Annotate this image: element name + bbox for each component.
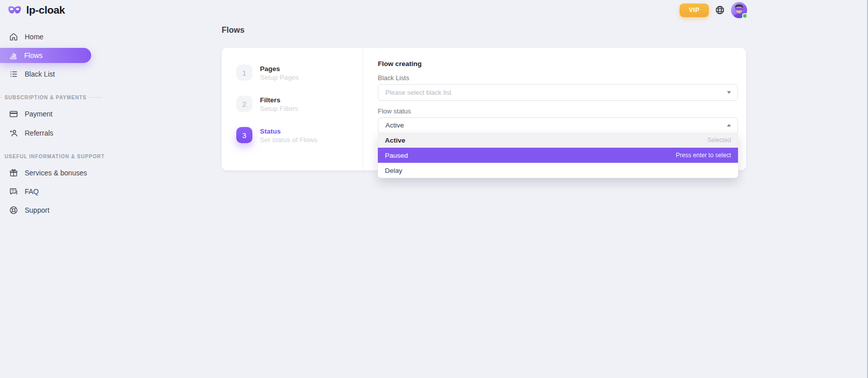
black-lists-label: Black Lists — [378, 74, 738, 82]
sidebar-item-services-bonuses[interactable]: Services & bonuses — [0, 166, 96, 180]
sidebar-item-label: Home — [25, 33, 43, 41]
lifebuoy-icon — [9, 206, 18, 215]
sidebar-item-label: Services & bonuses — [25, 169, 87, 177]
step-pages[interactable]: 1 Pages Setup Pages — [236, 65, 363, 82]
sidebar-section-support: USEFUL INFORMATION & SUPPORT — [0, 154, 105, 159]
black-lists-select[interactable] — [378, 84, 738, 101]
flow-creating-card: 1 Pages Setup Pages 2 Filters Setup Filt… — [222, 48, 746, 170]
sidebar-item-label: FAQ — [25, 187, 39, 196]
black-lists-input[interactable] — [385, 89, 730, 96]
online-status-dot — [742, 13, 748, 19]
flow-status-label: Flow status — [378, 107, 738, 115]
sidebar: Home Flows Black List SUB — [0, 0, 101, 378]
flow-status-dropdown: Active Selected Paused Press enter to se… — [378, 133, 738, 178]
chevron-down-icon — [727, 91, 731, 94]
user-avatar[interactable] — [731, 2, 747, 18]
gift-icon — [9, 168, 18, 177]
flow-stepper: 1 Pages Setup Pages 2 Filters Setup Filt… — [222, 48, 363, 170]
step-number: 2 — [236, 96, 252, 112]
sidebar-item-payment[interactable]: Payment — [0, 107, 96, 121]
option-delay[interactable]: Delay — [378, 163, 738, 178]
step-filters[interactable]: 2 Filters Setup Filters — [236, 96, 363, 113]
sidebar-item-label: Flows — [24, 51, 43, 59]
step-title: Filters — [260, 96, 298, 104]
language-globe-button[interactable] — [715, 5, 725, 15]
sidebar-item-referrals[interactable]: Referrals — [0, 126, 96, 140]
option-active[interactable]: Active Selected — [378, 133, 738, 148]
flow-creating-form: Flow creating Black Lists Flow status Ac… — [364, 48, 746, 170]
sidebar-item-support[interactable]: Support — [0, 203, 96, 217]
form-title: Flow creating — [378, 60, 738, 68]
home-icon — [9, 32, 18, 41]
chevron-up-icon — [727, 124, 731, 127]
step-title: Status — [260, 127, 317, 136]
sidebar-item-flows[interactable]: Flows — [0, 48, 91, 63]
sidebar-section-payments: SUBSCRIPTION & PAYMENTS — [0, 95, 102, 100]
sidebar-item-label: Support — [25, 206, 49, 214]
step-subtitle: Setup Pages — [260, 73, 299, 82]
option-hint: Selected — [707, 137, 731, 144]
step-status[interactable]: 3 Status Set status of Flows — [236, 127, 363, 144]
option-paused[interactable]: Paused Press enter to select — [378, 148, 738, 163]
flow-status-select[interactable]: Active Active Selected Paused Press ente… — [378, 117, 738, 133]
step-number: 1 — [236, 65, 252, 81]
credit-card-icon — [9, 109, 18, 118]
step-subtitle: Setup Filters — [260, 104, 298, 113]
globe-icon — [715, 5, 725, 15]
sidebar-item-home[interactable]: Home — [0, 30, 96, 44]
step-subtitle: Set status of Flows — [260, 136, 317, 144]
flows-stack-icon — [9, 51, 18, 60]
option-hint: Press enter to select — [676, 152, 731, 159]
sidebar-item-label: Black List — [25, 70, 55, 78]
sidebar-item-label: Referrals — [25, 129, 53, 137]
sidebar-item-label: Payment — [25, 110, 52, 118]
step-title: Pages — [260, 65, 299, 73]
option-label: Delay — [385, 167, 403, 174]
sidebar-item-black-list[interactable]: Black List — [0, 67, 96, 81]
page-title: Flows — [222, 26, 244, 35]
faq-chat-icon: ?! — [9, 187, 18, 196]
vip-button[interactable]: VIP — [680, 4, 709, 17]
option-label: Active — [385, 137, 406, 144]
step-number: 3 — [236, 127, 252, 143]
sidebar-item-faq[interactable]: ?! FAQ — [0, 184, 96, 199]
person-add-icon — [9, 129, 18, 138]
option-label: Paused — [385, 152, 408, 159]
flow-status-value: Active — [385, 121, 404, 129]
list-icon — [9, 70, 18, 79]
svg-text:?!: ?! — [12, 189, 15, 193]
